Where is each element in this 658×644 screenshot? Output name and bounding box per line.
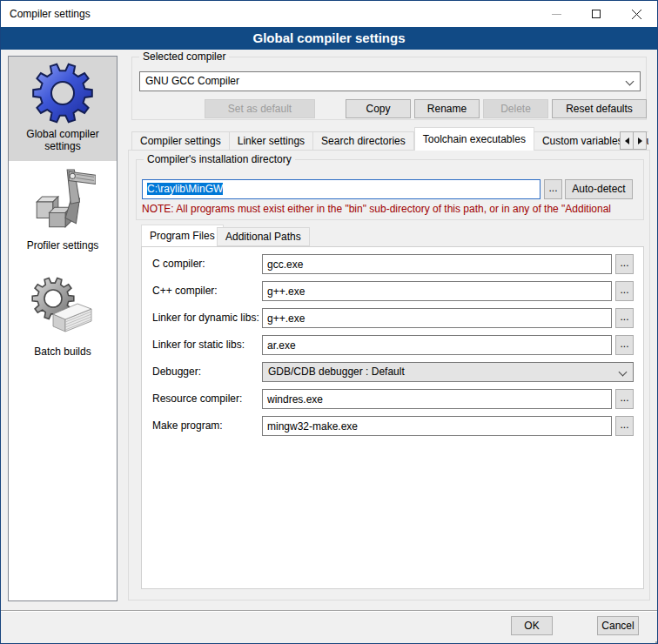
tab-scroll-left-icon [625, 138, 629, 144]
cancel-button[interactable]: Cancel [597, 616, 639, 635]
linker-dynamic-label: Linker for dynamic libs: [152, 308, 265, 327]
settings-category-list: Global compiler settings Profiler settin… [8, 56, 118, 601]
resource-compiler-input[interactable] [262, 389, 612, 409]
rename-button[interactable]: Rename [414, 99, 480, 118]
maximize-button[interactable] [576, 1, 616, 27]
tab-search-directories[interactable]: Search directories [313, 131, 414, 151]
linker-dynamic-browse-button[interactable]: ... [615, 308, 634, 328]
installation-directory-browse-button[interactable]: ... [544, 179, 562, 199]
sidebar-item-batch-builds[interactable]: Batch builds [19, 345, 106, 358]
copy-button[interactable]: Copy [346, 99, 411, 118]
tab-scroll-right-icon [638, 138, 642, 144]
blue-gear-icon[interactable] [31, 62, 94, 124]
tab-scroll-right-button[interactable] [633, 131, 647, 150]
ok-button[interactable]: OK [511, 616, 553, 635]
subtab-program-files[interactable]: Program Files [141, 225, 224, 246]
tab-scroll-left-button[interactable] [620, 131, 634, 150]
make-program-browse-button[interactable]: ... [615, 416, 634, 436]
compiler-select[interactable]: GNU GCC Compiler [139, 71, 641, 91]
reset-defaults-button[interactable]: Reset defaults [552, 99, 647, 118]
subtab-additional-paths[interactable]: Additional Paths [217, 227, 310, 246]
c-compiler-input[interactable] [262, 254, 612, 274]
set-as-default-button: Set as default [205, 99, 315, 118]
installation-directory-input[interactable]: C:\raylib\MinGW [142, 179, 540, 199]
chevron-down-icon [619, 368, 628, 377]
delete-button: Delete [483, 99, 548, 118]
auto-detect-button[interactable]: Auto-detect [565, 179, 633, 199]
tab-toolchain-executables[interactable]: Toolchain executables [414, 127, 534, 151]
debugger-label: Debugger: [152, 362, 265, 381]
cpp-compiler-label: C++ compiler: [152, 281, 265, 300]
tab-scroll-buttons [621, 131, 647, 150]
linker-static-browse-button[interactable]: ... [615, 335, 634, 355]
make-program-label: Make program: [152, 416, 265, 435]
program-files-panel: C compiler: ... C++ compiler: ... Linker… [141, 246, 644, 589]
resize-grip[interactable] [652, 638, 654, 640]
debugger-select-value: GDB/CDB debugger : Default [268, 366, 405, 378]
close-button[interactable] [616, 1, 656, 27]
resource-compiler-browse-button[interactable]: ... [615, 389, 634, 409]
page-title: Global compiler settings [1, 27, 657, 50]
linker-dynamic-input[interactable] [262, 308, 612, 328]
c-compiler-browse-button[interactable]: ... [615, 254, 634, 274]
c-compiler-label: C compiler: [152, 254, 265, 273]
debugger-select[interactable]: GDB/CDB debugger : Default [262, 362, 634, 382]
close-icon [632, 10, 641, 19]
tab-custom-variables[interactable]: Custom variables [534, 131, 632, 151]
settings-tabs: Compiler settings Linker settings Search… [131, 127, 648, 151]
resource-compiler-label: Resource compiler: [152, 389, 265, 408]
cpp-compiler-browse-button[interactable]: ... [615, 281, 634, 301]
installation-directory-legend: Compiler's installation directory [144, 153, 295, 165]
minimize-button [536, 1, 576, 27]
window-title: Compiler settings [10, 1, 91, 27]
compiler-settings-dialog: Compiler settings Global compiler settin… [0, 0, 658, 644]
caliper-icon[interactable] [30, 166, 96, 232]
compiler-select-value: GNU GCC Compiler [145, 75, 239, 87]
installation-note: NOTE: All programs must exist either in … [142, 203, 641, 215]
toolchain-executables-page: Compiler's installation directory C:\ray… [128, 150, 650, 600]
footer-separator [1, 610, 657, 612]
tab-compiler-settings[interactable]: Compiler settings [131, 131, 230, 151]
cpp-compiler-input[interactable] [262, 281, 612, 301]
sidebar-item-profiler-settings[interactable]: Profiler settings [19, 239, 106, 252]
linker-static-label: Linker for static libs: [152, 335, 265, 354]
make-program-input[interactable] [262, 416, 612, 436]
sidebar-item-label[interactable]: Global compiler settings [19, 128, 106, 152]
installation-directory-value: C:\raylib\MinGW [147, 183, 223, 195]
selected-compiler-legend: Selected compiler [139, 50, 229, 63]
minimize-icon [552, 10, 561, 19]
chevron-down-icon [626, 77, 634, 86]
installation-directory-group: Compiler's installation directory C:\ray… [136, 159, 644, 220]
maximize-icon [592, 10, 601, 18]
tab-linker-settings[interactable]: Linker settings [230, 131, 313, 151]
titlebar[interactable]: Compiler settings [1, 1, 657, 27]
linker-static-input[interactable] [262, 335, 612, 355]
batch-builds-icon[interactable] [30, 274, 95, 339]
selected-compiler-group: Selected compiler GNU GCC Compiler Set a… [131, 57, 647, 120]
